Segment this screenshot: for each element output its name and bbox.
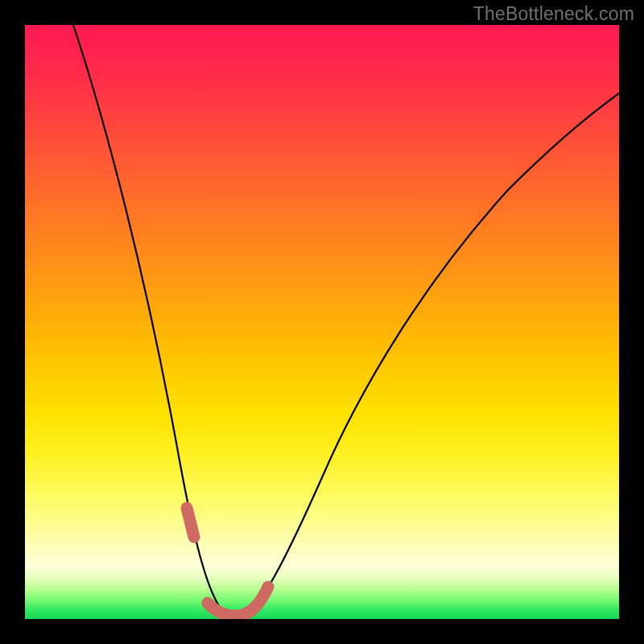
plot-area [25,25,619,619]
highlight-segment [187,508,268,616]
bottleneck-curve [25,25,619,619]
watermark-text: TheBottleneck.com [473,3,634,25]
chart-frame: TheBottleneck.com [0,0,644,644]
curve-path [73,25,619,615]
